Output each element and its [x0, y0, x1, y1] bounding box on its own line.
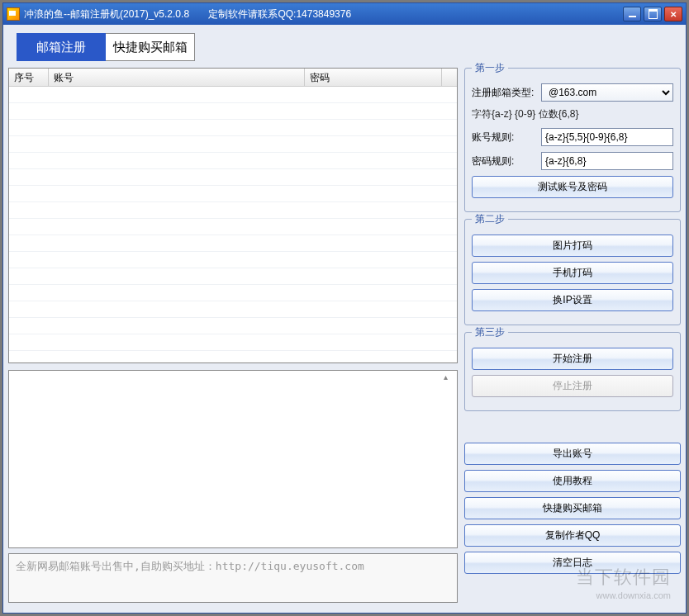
- stop-register-button[interactable]: 停止注册: [472, 375, 673, 397]
- table-row: [9, 87, 457, 103]
- account-rule-input[interactable]: [541, 128, 673, 146]
- account-rule-label: 账号规则:: [472, 130, 541, 145]
- window-title: 冲浪的鱼--邮箱注册机(2017)_v5.2.0.8 定制软件请联系QQ:147…: [24, 7, 351, 21]
- table-header: 序号 账号 密码: [9, 69, 457, 87]
- table-body: [9, 87, 457, 351]
- app-window: 冲浪的鱼--邮箱注册机(2017)_v5.2.0.8 定制软件请联系QQ:147…: [2, 2, 687, 614]
- password-rule-label: 密码规则:: [472, 154, 541, 168]
- col-password[interactable]: 密码: [305, 69, 442, 86]
- col-spacer: [442, 69, 457, 86]
- phone-captcha-button[interactable]: 手机打码: [472, 262, 673, 284]
- step1-title: 第一步: [472, 61, 508, 75]
- step3-title: 第三步: [472, 325, 508, 339]
- quick-buy-button[interactable]: 快捷购买邮箱: [464, 497, 681, 519]
- log-textarea[interactable]: ▴: [8, 370, 458, 548]
- step2-title: 第二步: [472, 212, 508, 226]
- group-step2: 第二步 图片打码 手机打码 换IP设置: [464, 219, 681, 325]
- col-index[interactable]: 序号: [9, 69, 49, 86]
- start-register-button[interactable]: 开始注册: [472, 348, 673, 370]
- col-account[interactable]: 账号: [49, 69, 305, 86]
- window-controls: [623, 7, 682, 21]
- tab-register[interactable]: 邮箱注册: [17, 33, 106, 61]
- test-account-button[interactable]: 测试账号及密码: [472, 176, 673, 198]
- client-area: 邮箱注册 快捷购买邮箱 序号 账号 密码 ▴: [3, 25, 686, 613]
- app-icon: [7, 7, 20, 21]
- accounts-table[interactable]: 序号 账号 密码: [8, 68, 458, 363]
- group-step3: 第三步 开始注册 停止注册: [464, 332, 681, 411]
- maximize-button[interactable]: [644, 7, 662, 21]
- minimize-button[interactable]: [623, 7, 641, 21]
- tab-quickbuy[interactable]: 快捷购买邮箱: [106, 33, 195, 61]
- mail-type-label: 注册邮箱类型:: [472, 86, 541, 100]
- group-step1: 第一步 注册邮箱类型: @163.com 字符{a-z} {0-9} 位数{6,…: [464, 68, 681, 212]
- image-captcha-button[interactable]: 图片打码: [472, 235, 673, 257]
- mail-type-select[interactable]: @163.com: [541, 83, 673, 102]
- tutorial-button[interactable]: 使用教程: [464, 470, 681, 492]
- clear-log-button[interactable]: 清空日志: [464, 552, 681, 574]
- copy-author-qq-button[interactable]: 复制作者QQ: [464, 524, 681, 547]
- title-bar[interactable]: 冲浪的鱼--邮箱注册机(2017)_v5.2.0.8 定制软件请联系QQ:147…: [3, 3, 686, 25]
- ip-settings-button[interactable]: 换IP设置: [472, 289, 673, 311]
- export-accounts-button[interactable]: 导出账号: [464, 443, 681, 465]
- close-button[interactable]: [664, 7, 682, 21]
- tab-strip: 邮箱注册 快捷购买邮箱: [17, 33, 681, 61]
- char-hint: 字符{a-z} {0-9} 位数{6,8}: [472, 107, 673, 121]
- password-rule-input[interactable]: [541, 152, 673, 170]
- scroll-up-icon[interactable]: ▴: [444, 372, 455, 384]
- footer-message: 全新网易邮箱账号出售中,自助购买地址：http://tiqu.eyusoft.c…: [8, 553, 458, 603]
- action-buttons: 导出账号 使用教程 快捷购买邮箱 复制作者QQ 清空日志: [464, 443, 681, 579]
